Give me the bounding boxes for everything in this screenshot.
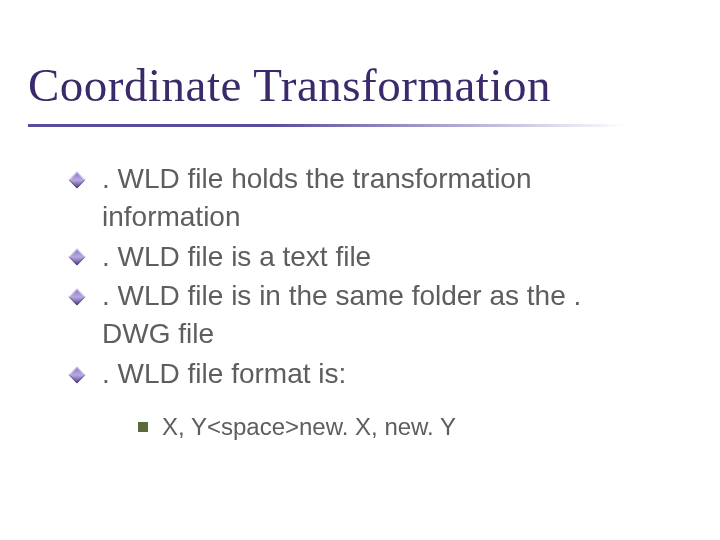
list-item: . WLD file format is:	[70, 355, 650, 393]
diamond-bullet-icon	[70, 368, 84, 382]
slide-body: . WLD file holds the transformation info…	[70, 160, 650, 443]
sublist-item: X, Y<space>new. X, new. Y	[138, 411, 650, 443]
list-item: . WLD file is a text file	[70, 238, 650, 276]
square-bullet-icon	[138, 422, 148, 432]
list-item: . WLD file is in the same folder as the …	[70, 277, 650, 353]
diamond-bullet-icon	[70, 290, 84, 304]
diamond-bullet-icon	[70, 250, 84, 264]
title-underline	[28, 124, 628, 127]
sublist-item-text: X, Y<space>new. X, new. Y	[162, 413, 456, 440]
sublist: X, Y<space>new. X, new. Y	[138, 411, 650, 443]
list-item-text: . WLD file format is:	[102, 358, 346, 389]
list-item-text: . WLD file is a text file	[102, 241, 371, 272]
slide-title: Coordinate Transformation	[28, 58, 551, 112]
list-item: . WLD file holds the transformation info…	[70, 160, 650, 236]
slide: Coordinate Transformation . WLD file hol…	[0, 0, 720, 540]
list-item-text: . WLD file is in the same folder as the …	[102, 280, 581, 349]
list-item-text: . WLD file holds the transformation info…	[102, 163, 532, 232]
diamond-bullet-icon	[70, 173, 84, 187]
